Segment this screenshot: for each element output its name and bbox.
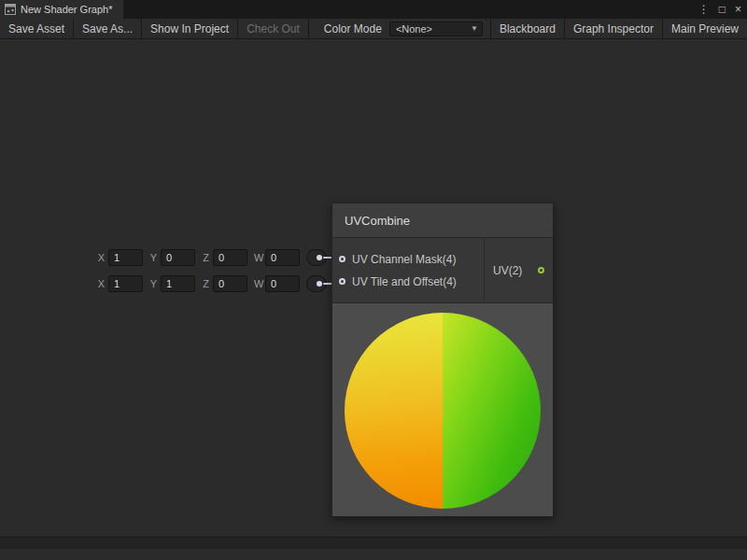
component-z-field[interactable]: 0 [213,249,247,266]
vector-component: X 1 [97,275,143,292]
component-y-label: Y [149,278,158,289]
preview-sphere [345,313,541,509]
save-asset-button[interactable]: Save Asset [0,19,74,38]
component-x-field[interactable]: 1 [108,275,143,292]
node-port-section: UV Channel Mask(4) UV Tile and Offset(4)… [332,238,553,303]
output-port-label: UV(2) [493,264,522,277]
color-mode-selected-value: <None> [396,23,432,35]
component-y-field[interactable]: 1 [161,275,195,292]
node-outputs: UV(2) [484,238,553,302]
node-header[interactable]: UVCombine [332,203,553,238]
input-port-icon[interactable] [339,278,345,285]
node-preview [332,303,553,516]
vector-component: Y 0 [149,249,195,266]
color-mode-dropdown[interactable]: <None> ▼ [389,21,483,36]
kebab-menu-icon[interactable]: ⋮ [698,0,710,19]
node-title: UVCombine [345,214,410,228]
component-y-field[interactable]: 0 [161,249,195,266]
shader-graph-icon [5,4,16,15]
input-port-uv-tile-offset: UV Tile and Offset(4) [332,275,484,288]
save-as-button[interactable]: Save As... [74,19,142,38]
show-in-project-button[interactable]: Show In Project [142,19,238,38]
vector4-input-row-1: X 1 Y 0 Z 0 W 0 [97,248,327,267]
component-z-field[interactable]: 0 [213,275,247,292]
bottom-strip [0,537,747,549]
port-dot-icon [317,255,322,260]
chevron-down-icon: ▼ [471,24,478,33]
component-x-label: X [97,278,106,289]
vector4-input-row-2: X 1 Y 1 Z 0 W 0 [97,274,327,293]
output-port-icon[interactable] [538,267,544,273]
check-out-button: Check Out [238,19,309,38]
component-z-label: Z [202,278,210,289]
input-port-label: UV Channel Mask(4) [352,253,456,266]
vector-component: W 0 [254,249,300,266]
color-mode-group: Color Mode <None> ▼ [317,19,490,38]
input-port-uv-channel-mask: UV Channel Mask(4) [332,253,484,266]
sphere-left-gradient [345,313,443,509]
sphere-right-gradient [443,313,541,509]
graph-canvas[interactable]: X 1 Y 0 Z 0 W 0 X 1 [0,39,747,549]
component-y-label: Y [149,252,158,263]
toolbar-right-group: Blackboard Graph Inspector Main Preview [490,19,747,38]
component-w-field[interactable]: 0 [265,275,300,292]
window-controls: ⋮ □ × [698,0,741,19]
vector-component: X 1 [97,249,143,266]
input-port-label: UV Tile and Offset(4) [352,275,457,288]
component-w-field[interactable]: 0 [265,249,300,266]
toolbar: Save Asset Save As... Show In Project Ch… [0,19,747,39]
blackboard-button[interactable]: Blackboard [490,19,564,38]
component-w-label: W [254,278,262,289]
tab-title: New Shader Graph* [21,4,112,15]
component-x-label: X [97,252,106,263]
color-mode-label: Color Mode [317,22,389,35]
vector-component: Z 0 [202,249,247,266]
input-port-icon[interactable] [339,256,345,262]
port-dot-icon [317,281,322,287]
vector-component: W 0 [254,275,300,292]
node-inputs: UV Channel Mask(4) UV Tile and Offset(4) [332,238,484,302]
component-w-label: W [254,252,262,263]
main-preview-button[interactable]: Main Preview [662,19,747,38]
component-x-field[interactable]: 1 [108,249,143,266]
shader-graph-window: New Shader Graph* ⋮ □ × Save Asset Save … [0,0,747,560]
vector-component: Y 1 [149,275,195,292]
graph-inspector-button[interactable]: Graph Inspector [564,19,662,38]
close-icon[interactable]: × [735,0,741,19]
tab-bar: New Shader Graph* ⋮ □ × [0,0,747,19]
maximize-icon[interactable]: □ [719,0,726,19]
tab-new-shader-graph[interactable]: New Shader Graph* [0,0,123,19]
node-uvcombine[interactable]: UVCombine UV Channel Mask(4) UV Tile and… [331,203,554,517]
component-z-label: Z [202,252,210,263]
vector-component: Z 0 [202,275,247,292]
